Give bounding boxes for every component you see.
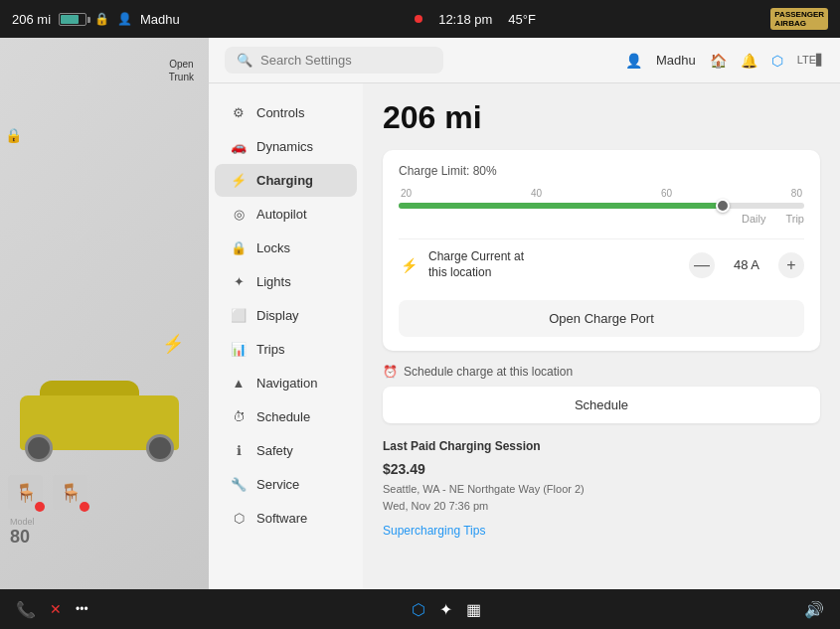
car-wheel-back [25, 434, 53, 462]
sidebar-item-software[interactable]: ⬡ Software [215, 502, 357, 535]
slider-thumb[interactable] [716, 199, 730, 213]
service-label: Service [256, 477, 299, 492]
sidebar-item-safety[interactable]: ℹ Safety [215, 434, 357, 467]
car-silhouette: ⚡ [10, 351, 189, 470]
recording-dot [415, 15, 422, 23]
service-icon: 🔧 [231, 477, 247, 492]
last-session-amount: $23.49 [383, 458, 820, 480]
decrement-button[interactable]: — [689, 252, 715, 278]
sidebar-item-controls[interactable]: ⚙ Controls [215, 96, 357, 129]
display-label: Display [256, 308, 299, 323]
slider-label-40: 40 [531, 188, 542, 199]
dynamics-label: Dynamics [256, 139, 313, 154]
charge-slider-container[interactable]: 20 40 60 80 Daily Trip [399, 188, 804, 225]
increment-button[interactable]: + [778, 252, 804, 278]
bell-icon-header[interactable]: 🔔 [741, 53, 757, 69]
software-icon: ⬡ [231, 511, 247, 526]
current-value: 48 A [727, 257, 766, 272]
slider-labels: 20 40 60 80 [399, 188, 804, 199]
charge-limit-label: Charge Limit: 80% [399, 164, 804, 178]
sidebar-item-lights[interactable]: ✦ Lights [215, 265, 357, 298]
schedule-section: ⏰ Schedule charge at this location Sched… [383, 365, 820, 423]
display-icon: ⬜ [231, 308, 247, 323]
plug-icon: ⚡ [399, 255, 419, 275]
last-session: Last Paid Charging Session $23.49 Seattl… [383, 437, 820, 541]
schedule-title-text: Schedule charge at this location [404, 365, 573, 379]
user-name-header: Madhu [656, 53, 696, 68]
charge-card: Charge Limit: 80% 20 40 60 80 Daily T [383, 150, 820, 351]
charge-current-row: ⚡ Charge Current at this location — 48 A… [399, 238, 804, 290]
puzzle-icon[interactable]: ✦ [439, 600, 452, 619]
seat-alert-right [80, 502, 89, 512]
model-label: Model 80 [10, 517, 35, 548]
seat-icon-right: 🪑 [53, 475, 87, 510]
schedule-title: ⏰ Schedule charge at this location [383, 365, 820, 379]
search-icon: 🔍 [237, 53, 252, 68]
sidebar-item-dynamics[interactable]: 🚗 Dynamics [215, 130, 357, 163]
main-screen: Open Trunk 🔒 ⚡ 🪑 🪑 Model [0, 38, 840, 589]
sidebar-item-navigation[interactable]: ▲ Navigation [215, 367, 357, 399]
phone-icon[interactable]: 📞 [16, 600, 36, 619]
signal-icon-header: LTE▋ [797, 54, 824, 67]
close-icon[interactable]: ✕ [50, 601, 62, 617]
charging-label: Charging [256, 173, 313, 188]
navigation-icon: ▲ [231, 376, 247, 391]
schedule-label: Schedule [256, 409, 310, 424]
menu-dots-icon[interactable]: ••• [76, 602, 88, 616]
bluetooth-icon-bottom[interactable]: ⬡ [412, 600, 425, 619]
sidebar-item-autopilot[interactable]: ◎ Autopilot [215, 198, 357, 231]
autopilot-label: Autopilot [256, 207, 307, 222]
bottom-left: 📞 ✕ ••• [16, 600, 88, 619]
schedule-button[interactable]: Schedule [383, 387, 820, 423]
user-name-top: Madhu [140, 12, 180, 27]
charge-current-control: — 48 A + [689, 252, 804, 278]
sidebar-item-display[interactable]: ⬜ Display [215, 299, 357, 332]
controls-icon: ⚙ [231, 105, 247, 120]
trip-label: Trip [785, 213, 804, 225]
sidebar-item-trips[interactable]: 📊 Trips [215, 333, 357, 366]
last-session-title: Last Paid Charging Session [383, 437, 820, 456]
car-panel: Open Trunk 🔒 ⚡ 🪑 🪑 Model [0, 38, 209, 589]
locks-label: Locks [256, 240, 290, 255]
charging-icon: ⚡ [231, 173, 247, 188]
model-value: 80 [10, 527, 35, 548]
speaker-icon[interactable]: 🔊 [804, 601, 824, 618]
bottom-right: 🔊 [804, 600, 824, 619]
seat-icon-left: 🪑 [8, 475, 43, 510]
lock-status-icon: 🔒 [94, 12, 109, 26]
bottom-bar: 📞 ✕ ••• ⬡ ✦ ▦ 🔊 [0, 589, 840, 629]
sidebar-item-locks[interactable]: 🔒 Locks [215, 232, 357, 264]
navigation-label: Navigation [256, 376, 317, 391]
model-text: Model [10, 517, 35, 527]
slider-fill [399, 203, 723, 209]
charge-bolt-icon: ⚡ [162, 333, 184, 355]
last-session-datetime: Wed, Nov 20 7:36 pm [383, 498, 820, 516]
sidebar-item-charging[interactable]: ⚡ Charging [215, 164, 357, 197]
door-lock-icon: 🔒 [5, 127, 22, 143]
seat-alert-left [35, 502, 45, 512]
supercharging-tips-link[interactable]: Supercharging Tips [383, 522, 485, 541]
airbag-badge: PASSENGERAIRBAG [770, 8, 828, 30]
schedule-title-icon: ⏰ [383, 365, 398, 379]
open-trunk-label[interactable]: Open Trunk [169, 58, 194, 83]
sidebar-item-schedule[interactable]: ⏱ Schedule [215, 400, 357, 433]
search-input-area[interactable]: 🔍 [225, 47, 443, 74]
dynamics-icon: 🚗 [231, 139, 247, 154]
bluetooth-icon-header[interactable]: ⬡ [771, 53, 783, 69]
slider-footer: Daily Trip [399, 213, 804, 225]
slider-label-20: 20 [401, 188, 412, 199]
top-bar: 206 mi 🔒 👤 Madhu 12:18 pm 45°F PASSENGER… [0, 0, 840, 38]
seat-icons-area: 🪑 🪑 [8, 475, 87, 510]
top-bar-left: 206 mi 🔒 👤 Madhu [12, 12, 180, 27]
trips-label: Trips [256, 342, 284, 357]
bottom-center: ⬡ ✦ ▦ [412, 600, 481, 619]
schedule-icon: ⏱ [231, 409, 247, 424]
slider-track[interactable] [399, 203, 804, 209]
open-charge-port-button[interactable]: Open Charge Port [399, 300, 804, 337]
last-session-location: Seattle, WA - NE Northgate Way (Floor 2) [383, 481, 820, 499]
tablet-icon[interactable]: ▦ [466, 600, 481, 619]
content-area: ⚙ Controls 🚗 Dynamics ⚡ Charging ◎ Autop… [209, 83, 840, 589]
autopilot-icon: ◎ [231, 207, 247, 222]
search-input[interactable] [260, 53, 410, 68]
sidebar-item-service[interactable]: 🔧 Service [215, 468, 357, 501]
